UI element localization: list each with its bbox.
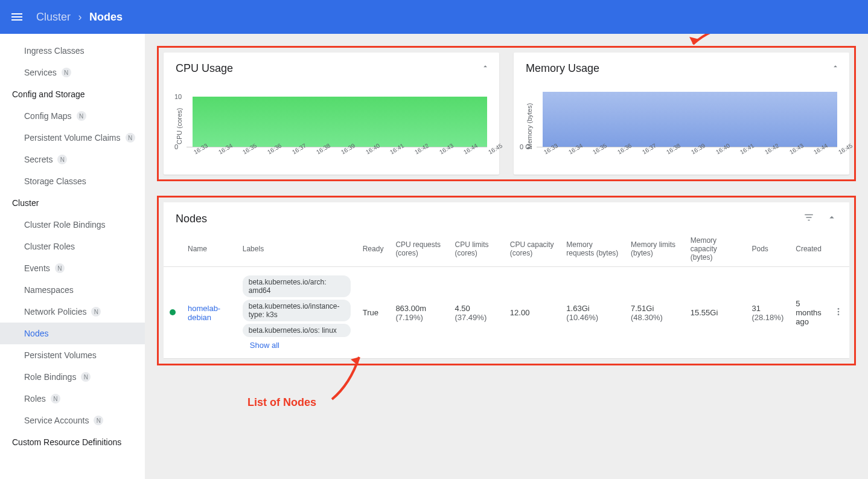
sidebar-item[interactable]: Role BindingsN xyxy=(0,366,145,388)
menu-icon[interactable] xyxy=(10,10,24,24)
main: Metrics CPU Usage CPU (cores) 10 0 xyxy=(145,34,868,479)
svg-point-1 xyxy=(838,311,840,313)
sidebar-item[interactable]: Namespaces xyxy=(0,279,145,301)
xtick: 16:44 xyxy=(462,150,466,156)
section-title: Nodes xyxy=(176,213,207,225)
cpu-chart: 10 0 16:3316:3416:3516:3616:3716:3816:39… xyxy=(187,87,487,165)
badge-icon: N xyxy=(81,372,91,382)
xtick: 16:39 xyxy=(340,150,343,156)
cpu-usage-card: CPU Usage CPU (cores) 10 0 16:3316:3416:… xyxy=(164,53,499,175)
sidebar-item[interactable]: EventsN xyxy=(0,257,145,279)
xtick: 16:33 xyxy=(543,150,546,156)
sidebar-item[interactable]: Service AccountsN xyxy=(0,410,145,431)
chevron-right-icon: › xyxy=(78,11,81,23)
xtick: 16:35 xyxy=(241,150,245,156)
column-header[interactable] xyxy=(828,231,849,267)
column-header[interactable]: Name xyxy=(182,231,237,267)
sidebar-item[interactable]: Persistent Volume ClaimsN xyxy=(0,127,145,149)
collapse-icon[interactable] xyxy=(481,62,490,73)
column-header[interactable]: Memory limits (bytes) xyxy=(625,231,685,267)
cell-mem-req: 1.63Gi(10.46%) xyxy=(560,267,625,359)
sidebar-item[interactable]: Network PoliciesN xyxy=(0,301,145,323)
xtick: 16:44 xyxy=(812,150,816,156)
appbar: Cluster › Nodes xyxy=(0,0,868,34)
filter-icon[interactable] xyxy=(803,212,814,225)
node-name-link[interactable]: homelab-debian xyxy=(188,304,220,322)
breadcrumb: Cluster › Nodes xyxy=(36,11,123,24)
xtick: 16:41 xyxy=(389,150,392,156)
nodes-highlight: Nodes NameLabelsReadyCPU requests (cores… xyxy=(157,196,856,365)
crumb-root[interactable]: Cluster xyxy=(36,11,71,23)
sidebar-section: Config and Storage xyxy=(0,83,145,105)
cell-mem-lim: 7.51Gi(48.30%) xyxy=(625,267,685,359)
column-header[interactable]: CPU requests (cores) xyxy=(389,231,448,267)
xtick: 16:37 xyxy=(641,150,645,156)
collapse-icon[interactable] xyxy=(826,212,837,225)
cell-pods: 31(28.18%) xyxy=(745,267,790,359)
svg-point-2 xyxy=(838,313,840,315)
xtick: 16:43 xyxy=(438,150,442,156)
badge-icon: N xyxy=(77,111,86,121)
xtick: 16:38 xyxy=(315,150,319,156)
memory-chart: 0 Gi 16:3316:3416:3516:3616:3716:3816:39… xyxy=(537,87,837,165)
sidebar-item[interactable]: SecretsN xyxy=(0,149,145,170)
cell-ready: True xyxy=(357,267,390,359)
xtick: 16:40 xyxy=(365,150,368,156)
badge-icon: N xyxy=(91,307,101,317)
ytick: 10 xyxy=(174,93,182,100)
cell-cpu-lim: 4.50(37.49%) xyxy=(448,267,503,359)
axis-label: Memory (bytes) xyxy=(526,87,533,165)
badge-icon: N xyxy=(94,416,103,425)
badge-icon: N xyxy=(62,68,71,77)
svg-point-0 xyxy=(838,308,840,310)
column-header[interactable]: Ready xyxy=(357,231,390,267)
xtick: 16:34 xyxy=(567,150,571,156)
xtick: 16:40 xyxy=(715,150,718,156)
badge-icon: N xyxy=(126,133,135,143)
annotation-nodes: List of Nodes xyxy=(247,396,316,409)
ytick: 0 Gi xyxy=(520,143,532,150)
xtick: 16:35 xyxy=(592,150,595,156)
sidebar-item[interactable]: Cluster Roles xyxy=(0,236,145,257)
column-header[interactable]: Created xyxy=(790,231,828,267)
sidebar-item[interactable]: Nodes xyxy=(0,323,145,344)
area-fill xyxy=(193,97,487,147)
xtick: 16:33 xyxy=(193,150,196,156)
cell-created: 5 months ago xyxy=(790,267,828,359)
column-header[interactable]: Pods xyxy=(745,231,790,267)
sidebar-item[interactable]: Ingress Classes xyxy=(0,40,145,62)
ytick: 0 xyxy=(174,143,178,150)
column-header[interactable]: Memory capacity (bytes) xyxy=(685,231,746,267)
sidebar-item[interactable]: Storage Classes xyxy=(0,170,145,192)
badge-icon: N xyxy=(55,263,65,273)
show-all-link[interactable]: Show all xyxy=(250,341,351,350)
table-row: homelab-debianbeta.kubernetes.io/arch: a… xyxy=(164,267,849,359)
cell-cpu-req: 863.00m(7.19%) xyxy=(389,267,448,359)
cell-mem-cap: 15.55Gi xyxy=(685,267,746,359)
label-chip: beta.kubernetes.io/os: linux xyxy=(243,324,351,337)
column-header[interactable]: CPU capacity (cores) xyxy=(504,231,560,267)
sidebar-item[interactable]: Cluster Role Bindings xyxy=(0,214,145,236)
card-title: Memory Usage xyxy=(526,62,837,75)
xtick: 16:38 xyxy=(665,150,669,156)
area-fill xyxy=(543,92,837,147)
collapse-icon[interactable] xyxy=(831,62,840,73)
sidebar-item[interactable]: Persistent Volumes xyxy=(0,344,145,366)
sidebar-item[interactable]: ServicesN xyxy=(0,62,145,83)
column-header[interactable] xyxy=(164,231,182,267)
sidebar-item[interactable]: Config MapsN xyxy=(0,105,145,127)
xtick: 16:45 xyxy=(487,150,491,156)
column-header[interactable]: CPU limits (cores) xyxy=(448,231,503,267)
column-header[interactable]: Memory requests (bytes) xyxy=(560,231,625,267)
kebab-icon[interactable] xyxy=(834,309,843,318)
badge-icon: N xyxy=(57,155,67,164)
xtick: 16:34 xyxy=(217,150,221,156)
xtick: 16:37 xyxy=(291,150,295,156)
sidebar-section: Custom Resource Definitions xyxy=(0,431,145,453)
sidebar-section: Cluster xyxy=(0,192,145,214)
column-header[interactable]: Labels xyxy=(237,231,357,267)
sidebar-item[interactable]: RolesN xyxy=(0,388,145,410)
xtick: 16:42 xyxy=(413,150,417,156)
xtick: 16:36 xyxy=(266,150,270,156)
xtick: 16:36 xyxy=(616,150,620,156)
